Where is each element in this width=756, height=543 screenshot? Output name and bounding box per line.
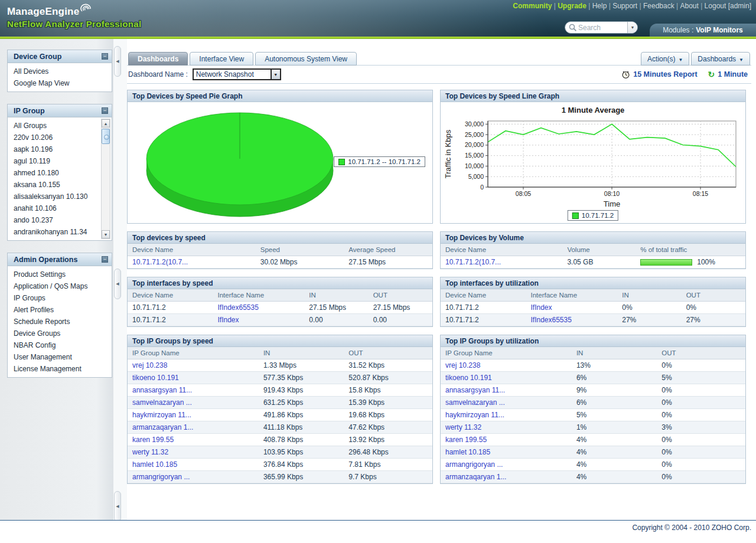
row-link[interactable]: haykmirzoyan 11...	[128, 409, 259, 421]
tab-autonomous-system-view[interactable]: Autonomous System View	[255, 52, 357, 66]
sidebar-item[interactable]: andranikohanyan 11.34	[8, 226, 101, 238]
sidebar-item[interactable]: aapk 10.196	[8, 143, 101, 155]
minutes-report-link[interactable]: 15 Minutes Report	[621, 70, 697, 79]
refresh-interval-link[interactable]: ↻ 1 Minute	[708, 70, 748, 78]
tab-interface-view[interactable]: Interface View	[190, 52, 253, 66]
cell-value: 0%	[657, 446, 745, 459]
cell-value: 520.87 Kbps	[344, 372, 432, 384]
devices-volume-table: Device Name Volume % of total traffic 10…	[441, 244, 745, 269]
cell-value: 27.15 Mbps	[369, 302, 432, 314]
row-link[interactable]: karen 199.55	[441, 434, 572, 446]
sidebar-collapse-handle[interactable]: ◀	[114, 269, 121, 299]
sidebar-item[interactable]: Google Map View	[8, 77, 112, 89]
scrollbar[interactable]: ▲ ▼	[101, 119, 110, 239]
sidebar-item[interactable]: Alert Profiles	[8, 304, 112, 316]
header-link[interactable]: Community	[513, 2, 558, 10]
header-link[interactable]: Help	[592, 2, 612, 10]
row-link[interactable]: IfIndex65535	[213, 302, 304, 314]
row-link[interactable]: tikoeno 10.191	[441, 372, 572, 384]
cell-value: 10.71.71.2	[441, 302, 526, 314]
sidebar-collapse-handle[interactable]: ◀	[114, 46, 121, 77]
device-link[interactable]: 10.71.71.2(10.7...	[441, 256, 562, 269]
cell-value: 9%	[572, 384, 657, 397]
search-options-button[interactable]: ▼	[627, 22, 637, 33]
cell-value: 13.92 Kbps	[344, 434, 432, 446]
row-link[interactable]: annasargsyan 11...	[441, 384, 572, 397]
scroll-down-icon[interactable]: ▼	[102, 230, 110, 238]
row-link[interactable]: annasargsyan 11...	[128, 384, 259, 397]
header-link[interactable]: Logout [admin]	[705, 2, 751, 10]
search-box[interactable]: ▼	[565, 21, 638, 34]
sidebar-item[interactable]: All Groups	[8, 120, 101, 132]
row-link[interactable]: armanzaqaryan 1...	[441, 471, 572, 483]
row-link[interactable]: karen 199.55	[128, 434, 259, 446]
row-link[interactable]: 10.71.71.2(10.7...	[128, 256, 256, 269]
sidebar-item[interactable]: Application / QoS Maps	[8, 280, 112, 292]
actions-button[interactable]: Action(s)▼	[641, 52, 689, 66]
sidebar-item[interactable]: ahmed 10.180	[8, 167, 101, 179]
sidebar-item[interactable]: agul 10.119	[8, 155, 101, 167]
row-link[interactable]: armangrigoryan ...	[128, 471, 259, 483]
legend-swatch-icon	[338, 159, 345, 165]
modules-selector[interactable]: Modules : VoIP Monitors	[650, 24, 756, 37]
search-input[interactable]	[577, 24, 627, 32]
ip-group-list: All Groups220v 10.206aapk 10.196agul 10.…	[8, 117, 112, 240]
sidebar-item[interactable]: 220v 10.206	[8, 132, 101, 143]
row-link[interactable]: tikoeno 10.191	[128, 372, 259, 384]
sidebar-collapse-handle[interactable]: ◀	[114, 491, 121, 522]
cell-value: 31.52 Kbps	[344, 359, 432, 372]
sidebar-item[interactable]: ando 10.237	[8, 214, 101, 226]
sidebar-item[interactable]: Product Settings	[8, 269, 112, 280]
sidebar-item[interactable]: IP Groups	[8, 292, 112, 304]
scrollbar-thumb[interactable]	[102, 129, 110, 144]
sidebar-item[interactable]: Device Groups	[8, 328, 112, 339]
refresh-icon: ↻	[708, 71, 715, 78]
cell-value: 5%	[572, 409, 657, 421]
row-link[interactable]: samvelnazaryan ...	[128, 397, 259, 409]
collapse-icon[interactable]: −	[102, 107, 108, 114]
row-link[interactable]: IfIndex	[526, 302, 617, 314]
dashboards-menu-button[interactable]: Dashboards▼	[691, 52, 750, 66]
collapse-icon[interactable]: −	[102, 53, 108, 60]
chevron-down-icon: ▼	[678, 57, 683, 63]
header-link[interactable]: About	[680, 2, 704, 10]
row-link[interactable]: samvelnazaryan ...	[441, 397, 572, 409]
search-icon	[569, 24, 577, 32]
row-link[interactable]: armangrigoryan ...	[441, 459, 572, 471]
column-header: Speed	[256, 244, 344, 256]
sidebar-item[interactable]: aksana 10.155	[8, 179, 101, 191]
sidebar-item[interactable]: alisaaleksanyan 10.130	[8, 191, 101, 202]
row-link[interactable]: hamlet 10.185	[128, 459, 259, 471]
row-link[interactable]: armanzaqaryan 1...	[128, 421, 259, 434]
row-link[interactable]: vrej 10.238	[128, 359, 259, 372]
table-row: samvelnazaryan ...631.25 Kbps15.39 Kbps	[128, 397, 432, 409]
header-link[interactable]: Support	[612, 2, 643, 10]
sidebar-item[interactable]: anahit 10.106	[8, 202, 101, 214]
cell-value: 103.95 Kbps	[259, 446, 344, 459]
row-link[interactable]: IfIndex65535	[526, 314, 617, 326]
sidebar-item[interactable]: User Management	[8, 351, 112, 363]
row-link[interactable]: werty 11.32	[441, 421, 572, 434]
chevron-down-icon: ▼	[739, 57, 744, 63]
header-link[interactable]: Upgrade	[558, 2, 592, 10]
modules-value: VoIP Monitors	[696, 26, 743, 34]
scroll-up-icon[interactable]: ▲	[102, 119, 110, 127]
tab-dashboards[interactable]: Dashboards	[128, 52, 188, 66]
cell-value: 0%	[657, 397, 745, 409]
row-link[interactable]: IfIndex	[213, 314, 304, 326]
line-chart: 1 Minute Average 05,00010,00015,00020,00…	[441, 102, 745, 223]
dashboard-name-select[interactable]: Network Snapshot ▼	[193, 68, 281, 80]
sidebar-item[interactable]: License Management	[8, 363, 112, 375]
row-link[interactable]: vrej 10.238	[441, 359, 572, 372]
collapse-icon[interactable]: −	[102, 256, 108, 263]
copyright-text: Copyright © 2004 - 2010 ZOHO Corp.	[632, 524, 751, 532]
row-link[interactable]: hamlet 10.185	[441, 446, 572, 459]
dashboard-toolbar: Dashboard Name : Network Snapshot ▼ 15 M…	[127, 66, 751, 84]
sidebar-item[interactable]: NBAR Config	[8, 339, 112, 351]
panel-title: Top IP Groups by utilization	[441, 335, 745, 347]
header-link[interactable]: Feedback	[643, 2, 680, 10]
sidebar-item[interactable]: Schedule Reports	[8, 316, 112, 328]
sidebar-item[interactable]: All Devices	[8, 66, 112, 77]
row-link[interactable]: haykmirzoyan 11...	[441, 409, 572, 421]
row-link[interactable]: werty 11.32	[128, 446, 259, 459]
